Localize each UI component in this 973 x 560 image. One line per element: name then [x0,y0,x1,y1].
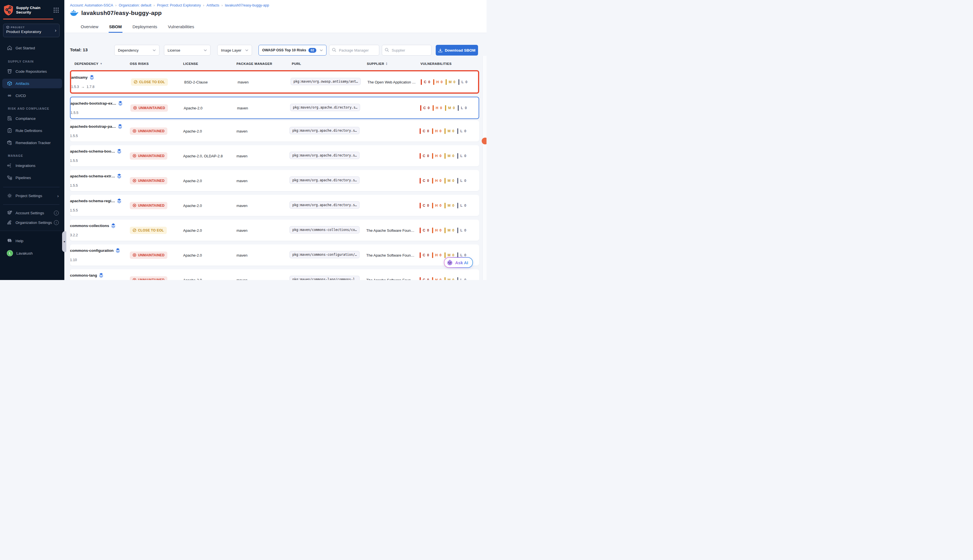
table-row[interactable]: apacheds-schema-boo… 1.5.5 UNMAINTAINED … [70,145,479,167]
col-package-manager[interactable]: PACKAGE MANAGER [236,62,273,65]
chevron-right-icon: › [55,28,57,33]
chevron-down-icon [204,49,207,51]
app-logo: Supply Chain Security [3,3,61,17]
floating-feedback-dot[interactable] [482,138,486,144]
breadcrumb-organization[interactable]: Organization: default [119,3,151,7]
license-cell: Apache-2.0 [183,228,202,232]
table-row[interactable]: apacheds-schema-regi… 1.5.5 UNMAINTAINED… [70,195,479,216]
sidebar-item-help[interactable]: ? Help [2,236,62,246]
ask-ai-button[interactable]: Ask AI [444,257,473,268]
breadcrumb-account[interactable]: Account: Automation-SSCA [70,3,113,7]
table-row[interactable]: commons-configuration 1.10 UNMAINTAINED … [70,245,479,266]
unmaintained-icon [133,106,137,110]
license-cell: Apache-2.0 [183,278,202,280]
table-row[interactable]: apacheds-bootstrap-pa… 1.5.5 UNMAINTAINE… [70,120,479,142]
dependency-version: 1.5.5 [70,134,78,138]
sidebar-collapse-handle[interactable]: ◀ [62,231,66,252]
purl-chip[interactable]: pkg:maven/commons-configuration/… [289,251,359,258]
breadcrumb-project[interactable]: Project: Product Exploratory [157,3,201,7]
chevron-right-icon: › [57,193,59,198]
clipboard-check-icon [7,128,12,133]
purl-chip[interactable]: pkg:maven/org.apache.directory.s… [289,177,359,184]
sidebar-item-compliance[interactable]: Compliance [2,113,62,123]
help-chat-icon: ? [7,238,12,243]
dependency-name: commons-lang [70,273,97,277]
sidebar-item-pipelines[interactable]: Pipelines [2,173,62,182]
sidebar-footer: ? Help L Lavakush [0,231,64,280]
chevron-sep-icon: › [222,3,222,7]
dependency-version: 1.5.3→1.7.8 [71,85,95,89]
download-icon [438,48,443,52]
sidebar-item-project-settings[interactable]: Project Settings › [2,191,62,200]
sidebar-item-code-repositories[interactable]: Code Repositories [2,67,62,76]
tab-sbom[interactable]: SBOM [109,24,122,33]
info-icon[interactable]: i [54,211,59,215]
sidebar-item-organization-settings[interactable]: Organization Settings i [2,218,62,227]
layers-gear-icon [7,210,12,216]
dependency-name: apacheds-schema-extr… [70,174,115,178]
oss-risk-badge: CLOSE TO EOL [130,227,167,234]
layers-icon [117,198,121,203]
dependency-filter[interactable]: Dependency [114,45,159,55]
app-switcher-grid-icon[interactable] [53,7,59,13]
package-manager-search-input[interactable] [329,45,379,55]
sidebar-item-rule-definitions[interactable]: Rule Definitions [2,126,62,135]
table-row[interactable]: apacheds-bootstrap-ex… 1.5.5 UNMAINTAINE… [70,97,479,119]
purl-chip[interactable]: pkg:maven/commons-collections/co… [289,226,359,233]
col-supplier[interactable]: SUPPLIER▲▼ [367,62,388,65]
purl-chip[interactable]: pkg:maven/org.apache.directory.s… [289,127,359,134]
breadcrumb-artifacts[interactable]: Artifacts [207,3,219,7]
info-icon[interactable]: i [54,220,59,225]
purl-chip[interactable]: pkg:maven/org.owasp.antisamy/ant… [291,78,361,85]
user-menu[interactable]: L Lavakush [2,248,62,258]
table-row[interactable]: commons-lang UNMAINTAINED Apache-2.0 mav… [70,269,479,280]
chevron-down-icon [153,49,156,51]
col-oss-risks[interactable]: OSS RISKS [130,62,149,65]
tab-overview[interactable]: Overview [80,24,99,33]
purl-chip[interactable]: pkg:maven/org.apache.directory.s… [290,104,360,111]
dependency-version: 1.5.5 [70,111,79,115]
vulnerability-counts: C 0 H 0 M 0 L 0 [420,277,467,280]
svg-text:?: ? [8,239,10,242]
sidebar-item-account-settings[interactable]: Account Settings i [2,208,62,218]
sidebar-item-remediation-tracker[interactable]: Remediation Tracker [2,138,62,147]
col-license[interactable]: LICENSE [183,62,198,65]
sidebar-item-cicd[interactable]: ∞ CI/CD [2,91,62,100]
sidebar-item-artifacts[interactable]: Artifacts [2,79,62,88]
sidebar-item-get-started[interactable]: Get Started [2,43,62,53]
owasp-risks-filter[interactable]: OWASP OSS Top 10 Risks 02 [259,45,326,55]
artifact-box-icon [7,81,12,86]
vulnerability-counts: C 0 H 0 M 0 L 0 [420,178,467,183]
table-row[interactable]: commons-collections 3.2.2 CLOSE TO EOL A… [70,220,479,241]
oss-risk-badge: UNMAINTAINED [130,276,167,280]
chevron-sep-icon: › [115,3,117,7]
dependency-version: 1.5.5 [70,183,78,188]
vulnerability-counts: C 0 H 0 M 0 L 0 [420,203,467,208]
breadcrumb-current[interactable]: lavakush07/easy-buggy-app [225,3,269,7]
tab-vulnerabilities[interactable]: Vulnerabilities [167,24,195,33]
tab-deployments[interactable]: Deployments [132,24,158,33]
col-purl[interactable]: PURL [292,62,301,65]
package-manager-cell: maven [236,129,247,133]
sidebar-item-integrations[interactable]: Integrations [2,161,62,170]
download-sbom-button[interactable]: Download SBOM [436,45,478,55]
scrollbar-gutter[interactable] [483,56,486,280]
dependency-name: apacheds-bootstrap-pa… [70,124,116,128]
table-row[interactable]: antisamy 1.5.3→1.7.8 CLOSE TO EOL BSD-2-… [70,70,479,93]
supplier-search-input[interactable] [382,45,431,55]
col-vulnerabilities[interactable]: VULNERABILITIES [420,62,451,65]
supplier-search [382,45,431,55]
project-selector[interactable]: PROJECT Product Exploratory › [3,24,60,37]
col-dependency[interactable]: DEPENDENCY▼ [75,62,102,65]
oss-risk-badge: UNMAINTAINED [130,104,168,112]
image-layer-filter[interactable]: Image Layer [217,45,252,55]
purl-chip[interactable]: pkg:maven/org.apache.directory.s… [289,152,359,159]
package-manager-cell: maven [237,106,248,110]
table-row[interactable]: apacheds-schema-extr… 1.5.5 UNMAINTAINED… [70,170,479,191]
purl-chip[interactable]: pkg:maven/commons-lang/commons-l… [289,276,359,280]
license-filter[interactable]: License [164,45,211,55]
app-title: Supply Chain Security [16,6,47,15]
shield-logo-icon [3,5,13,16]
dependency-name: apacheds-bootstrap-ex… [70,101,116,105]
purl-chip[interactable]: pkg:maven/org.apache.directory.s… [289,201,359,209]
